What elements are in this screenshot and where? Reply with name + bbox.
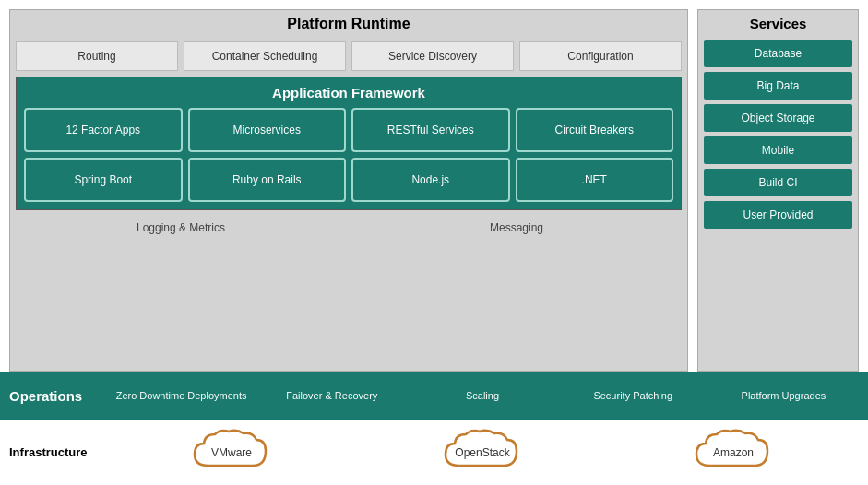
infra-clouds: VMware OpenStack Amazon [106,427,859,478]
microservices-cell: Microservices [188,108,347,152]
platform-runtime-title: Platform Runtime [16,16,682,36]
circuit-breakers-cell: Circuit Breakers [516,108,674,152]
service-object-storage: Object Storage [704,104,852,132]
app-framework: Application Framework 12 Factor Apps Mic… [16,77,682,210]
cloud-shape-openstack: OpenStack [441,427,524,478]
service-mobile: Mobile [704,136,852,164]
cloud-openstack: OpenStack [441,427,524,478]
ops-security: Security Patching [558,390,708,401]
container-scheduling-cell: Container Scheduling [184,41,346,71]
ops-failover: Failover & Recovery [256,390,407,401]
twelve-factor-cell: 12 Factor Apps [24,108,183,152]
operations-bar: Operations Zero Downtime Deployments Fai… [0,372,868,420]
service-discovery-cell: Service Discovery [351,41,514,71]
cloud-shape-amazon: Amazon [692,427,775,478]
configuration-cell: Configuration [519,41,682,71]
spring-boot-cell: Spring Boot [24,158,183,202]
ruby-on-rails-cell: Ruby on Rails [188,158,347,202]
routing-cell: Routing [16,41,178,71]
ops-platform-upgrades: Platform Upgrades [708,390,859,401]
ops-zero-downtime: Zero Downtime Deployments [106,390,256,401]
messaging-label: Messaging [351,218,682,238]
framework-row-1: 12 Factor Apps Microservices RESTful Ser… [24,108,673,152]
app-framework-title: Application Framework [24,85,673,102]
cloud-shape-vmware: VMware [190,427,273,478]
infrastructure: Infrastructure VMware OpenStack [0,420,868,485]
nodejs-cell: Node.js [351,158,510,202]
service-user-provided: User Provided [704,201,852,229]
cloud-amazon-label: Amazon [713,446,754,459]
service-build-ci: Build CI [704,169,852,196]
restful-services-cell: RESTful Services [351,108,510,152]
top-section: Platform Runtime Routing Container Sched… [0,0,868,372]
service-database: Database [704,40,852,67]
framework-row-2: Spring Boot Ruby on Rails Node.js .NET [24,158,673,202]
logging-metrics-label: Logging & Metrics [16,218,346,238]
platform-runtime: Platform Runtime Routing Container Sched… [9,9,688,372]
operations-label: Operations [9,388,106,404]
cloud-vmware-label: VMware [211,446,252,459]
runtime-row: Routing Container Scheduling Service Dis… [16,41,682,71]
services-panel: Services Database Big Data Object Storag… [697,9,859,372]
bottom-labels: Logging & Metrics Messaging [16,218,682,238]
main-wrapper: Platform Runtime Routing Container Sched… [0,0,868,485]
ops-items: Zero Downtime Deployments Failover & Rec… [106,390,859,401]
services-title: Services [704,16,852,35]
infrastructure-label: Infrastructure [9,445,106,459]
cloud-amazon: Amazon [692,427,775,478]
cloud-openstack-label: OpenStack [455,446,509,459]
ops-scaling: Scaling [407,390,557,401]
cloud-vmware: VMware [190,427,273,478]
service-bigdata: Big Data [704,72,852,100]
dotnet-cell: .NET [516,158,674,202]
